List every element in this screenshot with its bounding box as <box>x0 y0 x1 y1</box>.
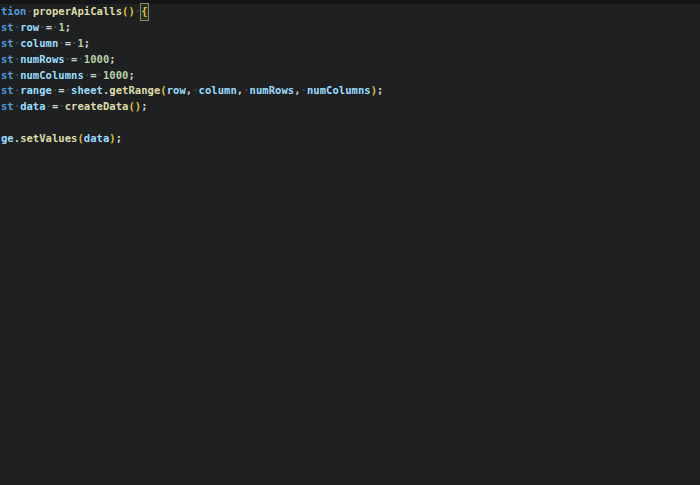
code-editor-surface[interactable]: tion·properApiCalls()·{st·row·=·1;st·col… <box>0 0 700 485</box>
code-token: ; <box>65 20 71 36</box>
code-token: getRange <box>109 83 160 99</box>
code-token: st <box>1 99 14 115</box>
code-token: tion <box>1 4 27 20</box>
code-token: row <box>167 83 186 99</box>
code-token: () <box>122 4 135 20</box>
code-token: () <box>128 99 141 115</box>
code-token: numRows <box>250 83 295 99</box>
code-token: numRows <box>20 52 65 68</box>
code-token: ; <box>116 131 122 147</box>
code-line: st·numRows·=·1000; <box>1 52 383 68</box>
code-token: st <box>1 36 14 52</box>
code-token: ; <box>109 52 115 68</box>
code-token: column <box>199 83 237 99</box>
code-line: st·numColumns·=·1000; <box>1 68 383 84</box>
code-token: createData <box>65 99 129 115</box>
code-line: st·range·=·sheet.getRange(row,·column,·n… <box>1 83 383 99</box>
code-line: ge.setValues(data); <box>1 131 383 147</box>
code-line: st·data·=·createData(); <box>1 99 383 115</box>
code-line: st·column·=·1; <box>1 36 383 52</box>
code-token: { <box>141 4 147 20</box>
code-token: ; <box>377 83 383 99</box>
code-token: st <box>1 68 14 84</box>
code-token: column <box>20 36 58 52</box>
code-token: row <box>20 20 39 36</box>
code-token: setValues <box>20 131 77 147</box>
code-token: ge <box>1 131 14 147</box>
code-token: numColumns <box>307 83 371 99</box>
code-token: 1000 <box>84 52 110 68</box>
code-token: st <box>1 20 14 36</box>
code-line: tion·properApiCalls()·{ <box>1 4 383 20</box>
code-token: sheet <box>71 83 103 99</box>
code-token: numColumns <box>20 68 84 84</box>
code-token: properApiCalls <box>33 4 122 20</box>
code-token: ; <box>84 36 90 52</box>
code-token: data <box>20 99 46 115</box>
code-token: 1000 <box>103 68 129 84</box>
code-token: ; <box>141 99 147 115</box>
code-line: st·row·=·1; <box>1 20 383 36</box>
code-line <box>1 115 383 131</box>
code-area[interactable]: tion·properApiCalls()·{st·row·=·1;st·col… <box>1 4 383 147</box>
code-token: st <box>1 83 14 99</box>
code-token: data <box>84 131 110 147</box>
code-token: st <box>1 52 14 68</box>
code-token: range <box>20 83 52 99</box>
code-token: ; <box>128 68 134 84</box>
